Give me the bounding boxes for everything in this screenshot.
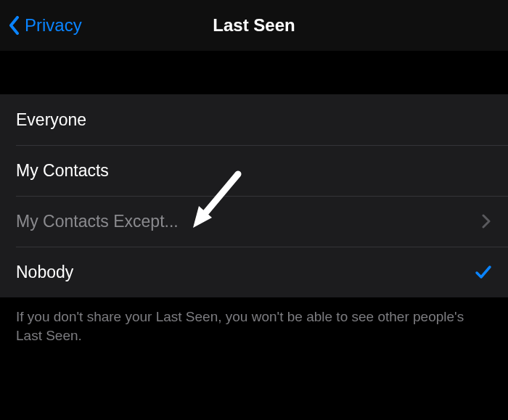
option-my-contacts-except[interactable]: My Contacts Except... [0,196,508,247]
chevron-right-icon [480,213,492,230]
option-my-contacts[interactable]: My Contacts [0,145,508,196]
nav-bar: Privacy Last Seen [0,0,508,51]
back-label: Privacy [25,15,82,36]
option-label: Nobody [16,263,73,282]
spacer [0,51,508,94]
page-title: Last Seen [213,15,295,36]
option-label: My Contacts Except... [16,212,179,231]
option-label: My Contacts [16,161,109,181]
back-button[interactable]: Privacy [7,15,82,36]
options-list: Everyone My Contacts My Contacts Except.… [0,94,508,297]
option-everyone[interactable]: Everyone [0,94,508,145]
option-label: Everyone [16,110,86,130]
footer-note: If you don't share your Last Seen, you w… [0,297,508,355]
checkmark-icon [475,263,492,281]
chevron-left-icon [7,15,22,36]
option-nobody[interactable]: Nobody [0,247,508,297]
